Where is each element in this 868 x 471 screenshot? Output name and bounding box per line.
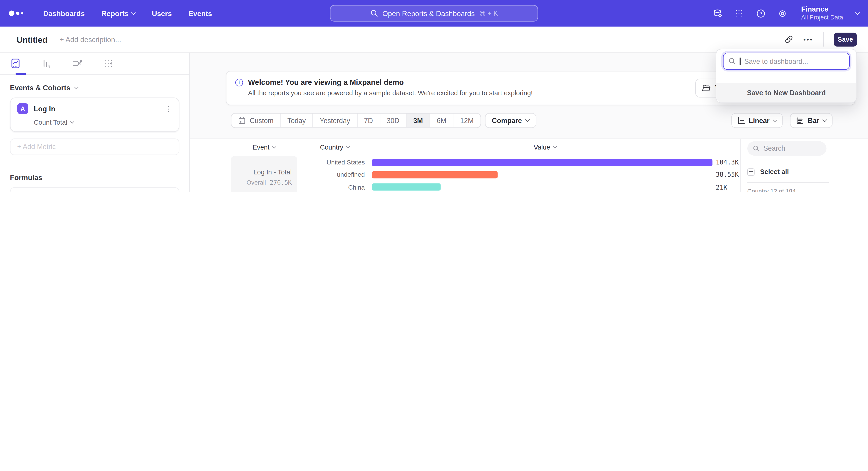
help-icon[interactable]: ? bbox=[756, 8, 766, 18]
range-option[interactable]: 6M bbox=[430, 114, 454, 127]
bar[interactable] bbox=[372, 183, 440, 191]
global-search-label: Open Reports & Dashboards bbox=[382, 9, 475, 18]
chart-type-selector[interactable]: Bar bbox=[790, 113, 833, 128]
metric-card[interactable]: A Log In ⋮ Count Total bbox=[10, 97, 179, 132]
data-management-icon[interactable] bbox=[712, 8, 722, 18]
global-search-button[interactable]: Open Reports & Dashboards ⌘ + K bbox=[330, 5, 538, 22]
svg-text:?: ? bbox=[760, 11, 762, 16]
range-option[interactable]: 7D bbox=[358, 114, 380, 127]
range-option-label: 3M bbox=[413, 117, 423, 124]
copy-link-icon[interactable] bbox=[784, 35, 794, 44]
tab-insights[interactable] bbox=[10, 58, 21, 69]
report-title[interactable]: Untitled bbox=[17, 35, 48, 44]
save-to-new-dashboard-label: Save to New Dashboard bbox=[747, 89, 826, 97]
bar-value-label: 38.55K bbox=[716, 171, 739, 178]
bar-chart-icon bbox=[796, 117, 804, 124]
legend-panel: Search Select all Country 12 of 184 bbox=[740, 139, 868, 192]
column-header-value-label: Value bbox=[534, 143, 550, 151]
range-option[interactable]: 3M bbox=[407, 114, 430, 127]
save-to-new-dashboard-button[interactable]: Save to New Dashboard bbox=[716, 83, 857, 102]
metric-kebab-icon[interactable]: ⋮ bbox=[165, 105, 172, 112]
divider bbox=[723, 75, 850, 75]
nav-dashboards[interactable]: Dashboards bbox=[43, 9, 85, 18]
add-description[interactable]: + Add description... bbox=[60, 35, 121, 44]
series-cell[interactable]: Log In - Total Overall 276.5K bbox=[231, 156, 297, 192]
folder-icon bbox=[702, 84, 711, 92]
report-canvas: Event Country Value bbox=[190, 139, 868, 192]
metric-letter-badge: A bbox=[17, 103, 28, 114]
active-tab-indicator bbox=[16, 73, 26, 75]
add-metric-button[interactable]: + Add Metric bbox=[10, 139, 179, 155]
compare-button[interactable]: Compare bbox=[485, 113, 536, 128]
range-option[interactable]: 12M bbox=[454, 114, 480, 127]
divider bbox=[747, 182, 829, 183]
date-range-control: Custom Today Yesterday bbox=[231, 113, 481, 128]
apps-grid-icon[interactable] bbox=[734, 8, 744, 18]
tab-retention[interactable] bbox=[103, 58, 114, 69]
more-options-icon[interactable]: ••• bbox=[804, 36, 813, 42]
scale-selector[interactable]: Linear bbox=[731, 113, 783, 128]
column-header-event[interactable]: Event bbox=[231, 143, 297, 151]
range-option[interactable]: 30D bbox=[380, 114, 406, 127]
search-icon bbox=[728, 58, 736, 65]
chart-row: undefined 38.55K bbox=[297, 169, 740, 181]
save-dashboard-search-input[interactable]: Save to dashboard... bbox=[723, 53, 850, 70]
info-icon: i bbox=[235, 79, 243, 86]
save-button[interactable]: Save bbox=[834, 32, 857, 46]
country-section-label: Country 12 of 184 bbox=[747, 188, 868, 192]
bar[interactable] bbox=[372, 171, 498, 178]
legend-search-placeholder: Search bbox=[763, 145, 785, 152]
text-caret bbox=[740, 57, 741, 65]
settings-gear-icon[interactable] bbox=[777, 8, 787, 18]
range-custom[interactable]: Custom bbox=[231, 114, 281, 127]
calendar-icon bbox=[238, 117, 246, 124]
column-header-country[interactable]: Country bbox=[297, 143, 372, 151]
select-all-checkbox[interactable] bbox=[747, 168, 754, 175]
chart-rows: United States 104.3K undefined bbox=[297, 156, 740, 192]
mixpanel-logo-icon[interactable] bbox=[9, 11, 23, 16]
add-formula-label: + Add bbox=[17, 192, 35, 192]
project-name: Finance bbox=[801, 5, 843, 14]
chart-row: China 21K bbox=[297, 181, 740, 192]
bar-category-label: undefined bbox=[297, 172, 372, 178]
chevron-down-icon bbox=[74, 85, 79, 89]
bar-category-label: China bbox=[297, 184, 372, 190]
app: Dashboards Reports Users Events Open Rep… bbox=[0, 0, 868, 192]
add-metric-label: + Add Metric bbox=[17, 143, 56, 151]
range-option-label: 7D bbox=[364, 117, 373, 124]
range-option[interactable]: Today bbox=[281, 114, 313, 127]
add-formula-button[interactable]: + Add bbox=[10, 187, 179, 192]
bar-track bbox=[372, 171, 712, 178]
chart-row: United States 104.3K bbox=[297, 156, 740, 169]
chevron-down-icon bbox=[131, 10, 136, 15]
chevron-down-icon[interactable] bbox=[855, 10, 860, 15]
scale-label: Linear bbox=[749, 117, 770, 124]
tab-flows[interactable] bbox=[72, 58, 83, 69]
range-option[interactable]: Yesterday bbox=[313, 114, 358, 127]
range-option-label: 30D bbox=[387, 117, 399, 124]
linear-axis-icon bbox=[737, 117, 745, 124]
report-type-tabs bbox=[0, 53, 189, 75]
nav-events[interactable]: Events bbox=[188, 9, 212, 18]
chevron-down-icon bbox=[553, 145, 557, 148]
range-custom-label: Custom bbox=[250, 117, 273, 124]
range-option-label: 12M bbox=[460, 117, 474, 124]
project-switcher[interactable]: Finance All Project Data bbox=[801, 5, 843, 22]
select-all-label: Select all bbox=[760, 168, 789, 176]
compare-label: Compare bbox=[492, 117, 522, 124]
banner-title: Welcome! You are viewing a Mixpanel demo bbox=[248, 78, 404, 86]
events-cohorts-header[interactable]: Events & Cohorts bbox=[10, 84, 179, 92]
overall-value: 276.5K bbox=[270, 179, 291, 186]
metric-event-name[interactable]: Log In bbox=[34, 105, 55, 113]
column-header-value[interactable]: Value bbox=[375, 143, 715, 151]
metric-aggregation[interactable]: Count Total bbox=[34, 119, 172, 126]
bar[interactable] bbox=[372, 159, 712, 166]
legend-search[interactable]: Search bbox=[747, 141, 827, 156]
nav-reports[interactable]: Reports bbox=[101, 9, 135, 18]
save-dashboard-placeholder: Save to dashboard... bbox=[744, 57, 808, 65]
nav-users[interactable]: Users bbox=[152, 9, 172, 18]
nav-reports-label: Reports bbox=[101, 9, 129, 18]
select-all[interactable]: Select all bbox=[747, 168, 868, 176]
tab-funnels[interactable] bbox=[41, 58, 52, 69]
chevron-down-icon bbox=[823, 117, 827, 122]
